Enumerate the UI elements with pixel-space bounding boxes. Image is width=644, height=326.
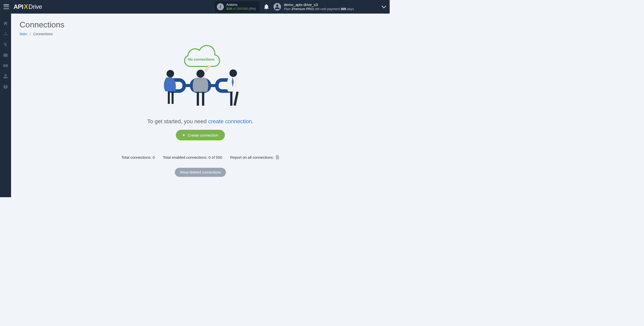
dollar-icon <box>3 42 8 47</box>
actions-percent: (0%) <box>249 7 256 11</box>
svg-rect-10 <box>202 92 204 106</box>
bell-icon <box>264 4 269 10</box>
user-menu-chevron[interactable] <box>382 5 386 8</box>
svg-point-5 <box>167 70 174 77</box>
show-deleted-button[interactable]: Show deleted connections <box>175 168 226 177</box>
create-connection-button-label: Create connection <box>188 133 218 137</box>
home-icon <box>3 21 8 26</box>
svg-rect-13 <box>233 92 238 106</box>
youtube-icon <box>3 63 8 68</box>
empty-prompt-prefix: To get started, you need <box>147 118 208 125</box>
breadcrumb-separator: / <box>30 32 31 36</box>
empty-prompt: To get started, you need create connecti… <box>20 118 381 125</box>
create-connection-button[interactable]: + Create connection <box>176 130 225 140</box>
notifications-button[interactable] <box>264 4 269 10</box>
sidebar-item-billing[interactable] <box>0 40 11 49</box>
user-icon <box>3 74 8 79</box>
user-menu[interactable]: demo_apix-drive_s3 Plan |Premium PRO| le… <box>273 3 354 11</box>
sidebar-item-videos[interactable] <box>0 61 11 70</box>
document-icon <box>275 155 279 159</box>
chevron-down-icon <box>382 5 386 8</box>
breadcrumb-current: Connections <box>33 32 53 36</box>
briefcase-icon <box>3 53 8 58</box>
svg-rect-9 <box>197 92 199 106</box>
report-label: Report on all connections: <box>230 155 274 159</box>
actions-text: Actions: 319 of 100'000 (0%) <box>226 3 256 11</box>
actions-of: of <box>233 7 235 11</box>
logo-part-api: API <box>14 3 23 10</box>
sidebar-item-account[interactable] <box>0 71 11 81</box>
logo-part-x: X <box>23 3 29 11</box>
report-connections: Report on all connections: <box>230 155 279 159</box>
menu-toggle-button[interactable] <box>4 5 9 9</box>
create-connection-link[interactable]: create connection <box>208 118 252 125</box>
empty-illustration: No connections <box>158 41 243 112</box>
sidebar <box>0 14 11 197</box>
actions-panel[interactable]: i Actions: 319 of 100'000 (0%) <box>215 1 259 12</box>
empty-state: No connections <box>20 41 381 177</box>
actions-used: 319 <box>226 7 232 11</box>
report-download-button[interactable] <box>275 155 279 159</box>
enabled-connections: Total enabled connections: 0 of 500 <box>163 155 222 159</box>
sidebar-item-connections[interactable] <box>0 29 11 39</box>
sidebar-item-marketplace[interactable] <box>0 50 11 60</box>
breadcrumb-main-link[interactable]: Main <box>20 32 27 36</box>
actions-label: Actions: <box>226 3 256 7</box>
sidebar-item-home[interactable] <box>0 19 11 28</box>
info-icon: i <box>217 3 224 10</box>
sidebar-item-help[interactable] <box>0 82 11 92</box>
svg-rect-6 <box>168 91 170 104</box>
empty-prompt-suffix: . <box>252 118 253 125</box>
sitemap-icon <box>3 31 8 36</box>
logo[interactable]: API X Drive <box>14 3 42 11</box>
help-icon <box>3 84 8 89</box>
svg-rect-7 <box>172 91 174 104</box>
page-title: Connections <box>20 20 381 29</box>
plus-icon: + <box>182 133 185 137</box>
total-connections: Total connections: 0 <box>121 155 155 159</box>
svg-point-8 <box>196 70 205 78</box>
cloud-text: No connections <box>188 57 214 61</box>
breadcrumb: Main / Connections <box>20 32 381 36</box>
main-content: Connections Main / Connections No connec… <box>11 14 390 197</box>
logo-part-drive: Drive <box>28 3 42 10</box>
user-block: demo_apix-drive_s3 Plan |Premium PRO| le… <box>284 3 354 11</box>
svg-rect-12 <box>230 92 232 106</box>
stats-row: Total connections: 0 Total enabled conne… <box>20 155 381 159</box>
topbar: API X Drive i Actions: 319 of 100'000 (0… <box>0 0 390 14</box>
user-name: demo_apix-drive_s3 <box>284 3 354 7</box>
plan-line: Plan |Premium PRO| left until payment 30… <box>284 7 354 11</box>
avatar-icon <box>273 3 281 11</box>
actions-total: 100'000 <box>236 7 248 11</box>
svg-point-11 <box>229 69 237 77</box>
